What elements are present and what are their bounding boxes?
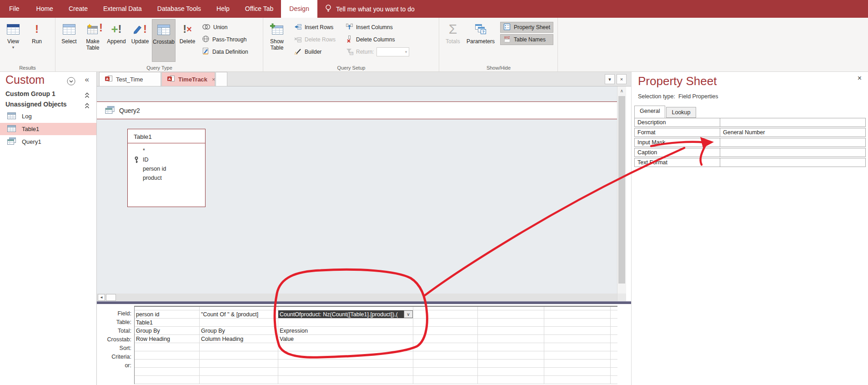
delete-rows-button[interactable]: Delete Rows [291, 34, 338, 45]
field-asterisk[interactable]: * [128, 146, 205, 155]
cell-dropdown-icon[interactable]: ∨ [404, 310, 413, 318]
grid-cell[interactable] [200, 368, 278, 376]
totals-button[interactable]: Σ Totals [441, 19, 465, 62]
scroll-up-icon[interactable]: ∧ [617, 86, 626, 95]
grid-cell[interactable] [278, 360, 413, 368]
return-combo[interactable]: ▾ [376, 47, 409, 56]
property-value-input[interactable] [720, 158, 866, 167]
make-table-button[interactable]: ! Make Table [81, 19, 105, 62]
menu-design-active-tab[interactable]: Design [281, 0, 317, 18]
grid-cell[interactable] [135, 343, 199, 351]
grid-cell[interactable]: Row Heading [135, 335, 199, 343]
parameters-button[interactable]: ? Parameters [465, 19, 497, 62]
show-table-button[interactable]: Show Table [265, 19, 289, 62]
document-area: A Test_Time A TimeTrack × ▾ × Query2 Tab… [97, 72, 631, 385]
grid-row-labels: Field: Table: Total: Crosstab: Sort: Cri… [97, 306, 134, 370]
builder-button[interactable]: Builder [291, 46, 338, 57]
menu-database-tools[interactable]: Database Tools [150, 0, 209, 18]
grid-cell[interactable] [200, 343, 278, 351]
property-value-input[interactable] [720, 118, 866, 127]
pass-through-button[interactable]: Pass-Through [199, 34, 251, 45]
grid-cell[interactable]: "Count Of " & [product] [200, 310, 278, 319]
document-close-button[interactable]: × [617, 74, 627, 84]
grid-cell[interactable] [200, 360, 278, 368]
grid-cell[interactable] [278, 343, 413, 351]
grid-cell[interactable] [278, 376, 413, 384]
grid-cell[interactable]: person id [135, 310, 199, 319]
nav-menu-dropdown-icon[interactable] [67, 77, 75, 87]
property-sheet-close-icon[interactable]: × [858, 74, 862, 82]
update-button[interactable]: ! Update [128, 19, 152, 62]
grid-cell[interactable] [278, 351, 413, 360]
crosstab-button[interactable]: Crosstab [152, 19, 176, 62]
grid-cell[interactable]: Value [278, 335, 413, 343]
field-product[interactable]: product [128, 173, 205, 182]
table-icon [7, 125, 16, 133]
property-row-description: Description [634, 118, 866, 127]
property-value-input[interactable] [720, 138, 866, 147]
property-value-input[interactable]: General Number [720, 128, 866, 137]
crosstab-icon [157, 22, 171, 37]
tab-timetrack-active[interactable]: A TimeTrack × [161, 72, 215, 86]
tab-list-dropdown-button[interactable]: ▾ [605, 74, 615, 84]
grid-cell[interactable]: Group By [200, 327, 278, 335]
delete-columns-button[interactable]: Delete Columns [343, 34, 412, 45]
menu-office-tab[interactable]: Office Tab [237, 0, 281, 18]
nav-group-custom-group-1[interactable]: Custom Group 1 [0, 89, 96, 99]
field-id[interactable]: ID [128, 155, 205, 164]
tell-me-box[interactable]: Tell me what you want to do [317, 0, 415, 18]
view-button[interactable]: View ▾ [1, 19, 25, 62]
grid-cell[interactable] [135, 368, 199, 376]
menu-external-data[interactable]: External Data [95, 0, 150, 18]
field-person-id[interactable]: person id [128, 164, 205, 173]
scroll-left-icon[interactable]: ◄ [98, 294, 105, 301]
append-button[interactable]: +! Append [105, 19, 128, 62]
nav-group-unassigned-objects[interactable]: Unassigned Objects [0, 99, 96, 110]
grid-cell[interactable] [200, 376, 278, 384]
nav-item-log[interactable]: Log [0, 110, 96, 122]
canvas-vertical-scrollbar[interactable]: ∧ [617, 86, 626, 301]
grid-cell[interactable] [135, 351, 199, 360]
grid-cell[interactable]: Column Heading [200, 335, 278, 343]
select-button[interactable]: Select [57, 19, 81, 62]
property-sheet-button[interactable]: Property Sheet [500, 22, 553, 33]
union-button[interactable]: Union [199, 22, 251, 33]
grid-cell[interactable]: Group By [135, 327, 199, 335]
nav-pane-title[interactable]: Custom [5, 73, 45, 86]
grid-cell-selected-expression[interactable]: CountOfproduct: Nz(Count([Table1].[produ… [278, 310, 413, 319]
property-value-input[interactable] [720, 148, 866, 157]
shutter-bar-icon[interactable]: « [85, 75, 89, 84]
horizontal-scroll-thumb[interactable] [106, 294, 116, 301]
insert-rows-button[interactable]: Insert Rows [291, 22, 338, 33]
delete-button[interactable]: !× Delete [176, 19, 199, 62]
grid-cell[interactable] [135, 376, 199, 384]
property-sheet-title: Property Sheet [638, 74, 717, 88]
vertical-scroll-thumb[interactable] [618, 96, 625, 284]
nav-item-query1[interactable]: Query1 [0, 136, 96, 148]
data-definition-button[interactable]: Data Definition [199, 46, 251, 57]
grid-cell[interactable] [135, 360, 199, 368]
tab-close-icon[interactable]: × [212, 76, 216, 83]
tab-test-time[interactable]: A Test_Time [99, 72, 161, 86]
grid-cell[interactable]: Table1 [135, 319, 199, 327]
table-icon [7, 112, 16, 121]
menu-file[interactable]: File [0, 0, 29, 18]
grid-cell[interactable]: Expression [278, 327, 413, 335]
grid-cell[interactable] [200, 351, 278, 360]
grid-cell[interactable] [278, 319, 413, 327]
insert-columns-button[interactable]: Insert Columns [343, 22, 412, 33]
tab-stub[interactable] [216, 72, 227, 86]
grid-cell[interactable] [278, 368, 413, 376]
nav-item-table1[interactable]: Table1 [0, 123, 96, 135]
run-button[interactable]: ! Run [25, 19, 49, 62]
tab-general[interactable]: General [634, 106, 665, 118]
table-names-button[interactable]: XYZ Table Names [500, 34, 553, 45]
menu-create[interactable]: Create [61, 0, 95, 18]
menu-home[interactable]: Home [29, 0, 61, 18]
menu-help[interactable]: Help [209, 0, 237, 18]
view-dropdown-caret[interactable]: ▾ [12, 45, 15, 50]
field-list-table1[interactable]: Table1 * ID person id product [127, 129, 206, 207]
canvas-horizontal-scrollbar[interactable]: ◄ [97, 294, 617, 301]
tab-lookup[interactable]: Lookup [666, 107, 696, 118]
grid-cell[interactable] [200, 319, 278, 327]
